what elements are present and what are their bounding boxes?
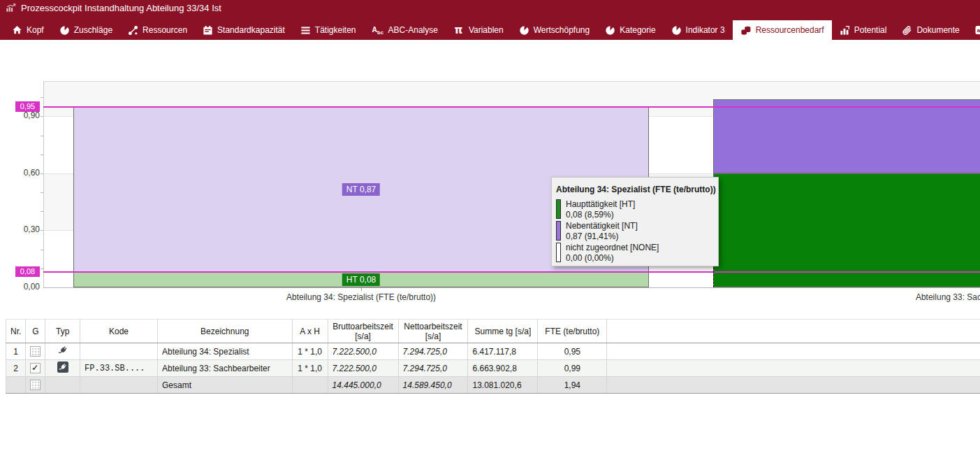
y-minor-tick <box>41 269 43 269</box>
cell-typ <box>45 360 80 377</box>
y-axis-line <box>43 81 44 287</box>
cell-g <box>26 343 45 360</box>
y-minor-tick <box>41 116 43 117</box>
row-select-checkbox[interactable] <box>30 380 41 390</box>
cell-typ <box>45 377 80 394</box>
col-header-netto: Nettoarbeitszeit[s/a] <box>398 320 468 343</box>
col-header-axh: A x H <box>292 320 328 343</box>
marker-line <box>43 271 980 273</box>
resource-table: Nr. G Typ Kode Bezeichnung A x H Bruttoa… <box>6 319 980 394</box>
bar-segment-ht[interactable] <box>713 173 980 287</box>
cell-typ <box>45 343 80 360</box>
cell-brutto: 7.222.500,0 <box>328 343 398 360</box>
col-header-brutto: Bruttoarbeitszeit[s/a] <box>328 320 398 343</box>
cell-bezeichnung: Gesamt <box>157 377 292 394</box>
col-header-kode: Kode <box>80 320 158 343</box>
plug-icon <box>57 345 68 356</box>
tooltip-title: Abteilung 34: Spezialist (FTE (te/brutto… <box>556 185 712 194</box>
cell-summe: 13.081.020,6 <box>468 377 538 394</box>
plot-top-border <box>43 81 980 82</box>
tooltip-series-label: Nebentätigkeit [NT] <box>566 221 638 231</box>
row-select-checkbox[interactable] <box>30 346 41 357</box>
cell-g <box>26 377 45 394</box>
tooltip-series-value: 0,00 (0,00%) <box>566 253 659 264</box>
series-marker-none <box>556 243 561 262</box>
cell-empty <box>607 360 980 377</box>
tooltip-series-label: nicht zugeordnet [NONE] <box>566 243 659 253</box>
tooltip-item: Haupttätigkeit [HT] 0,08 (8,59%) <box>555 199 712 220</box>
cell-bezeichnung: Abteilung 33: Sachbearbeiter <box>157 360 292 377</box>
y-minor-tick <box>41 211 43 212</box>
row-select-checkbox[interactable] <box>30 363 41 373</box>
col-header-empty <box>607 320 980 343</box>
cell-netto: 7.294.725,0 <box>398 360 468 377</box>
cell-axh: 1 * 1,0 <box>292 343 328 360</box>
resource-grid: Nr. G Typ Kode Bezeichnung A x H Bruttoa… <box>6 319 980 394</box>
cell-bezeichnung: Abteilung 34: Spezialist <box>157 343 292 360</box>
axis-marker-badge: 0,08 <box>15 266 40 277</box>
table-header-row: Nr. G Typ Kode Bezeichnung A x H Bruttoa… <box>6 320 980 343</box>
cell-netto: 7.294.725,0 <box>398 343 468 360</box>
cell-kode <box>80 343 158 360</box>
y-minor-tick <box>41 173 43 174</box>
cell-fte: 0,95 <box>538 343 607 360</box>
bar-segment-nt[interactable] <box>713 99 980 173</box>
cell-axh <box>292 377 328 394</box>
cell-nr: 1 <box>6 343 26 360</box>
axis-marker-badge: 0,95 <box>15 101 40 112</box>
tooltip-item: nicht zugeordnet [NONE] 0,00 (0,00%) <box>555 243 712 264</box>
y-tick-label: 0,30 <box>10 224 40 234</box>
tooltip-series-value: 0,87 (91,41%) <box>566 231 638 242</box>
total-row: Gesamt 14.445.000,0 14.589.450,0 13.081.… <box>6 377 980 394</box>
y-tick-label: 0,00 <box>10 282 40 292</box>
cell-empty <box>607 377 980 394</box>
cell-fte: 1,94 <box>538 377 607 394</box>
series-marker-ht <box>556 199 561 219</box>
cell-summe: 6.417.117,8 <box>468 343 538 360</box>
cell-kode: FP.33.SB.... <box>80 360 158 377</box>
y-tick-label: 0,90 <box>10 110 40 120</box>
x-category-label: Abteilung 34: Spezialist (FTE (te/brutto… <box>187 292 536 302</box>
table-row[interactable]: 2 FP.33.SB.... Abteilung 33: Sachbearbei… <box>6 360 980 377</box>
chart-tooltip: Abteilung 34: Spezialist (FTE (te/brutto… <box>551 177 719 266</box>
tooltip-series-value: 0,08 (8,59%) <box>566 210 635 220</box>
plug-badge-icon <box>57 361 68 373</box>
cell-fte: 0,99 <box>538 360 607 377</box>
col-header-typ: Typ <box>45 320 80 343</box>
series-marker-nt <box>556 221 561 241</box>
col-header-summe: Summe tg [s/a] <box>468 320 538 343</box>
y-minor-tick <box>41 97 43 98</box>
cell-summe: 6.663.902,8 <box>468 360 538 377</box>
col-header-fte: FTE (te/brutto) <box>538 320 607 343</box>
tooltip-series-label: Haupttätigkeit [HT] <box>566 199 635 210</box>
cell-axh: 1 * 1,0 <box>292 360 328 377</box>
x-tick <box>361 287 362 291</box>
marker-line <box>43 106 980 108</box>
x-category-label: Abteilung 33: Sachbearbeiter (FTE (te/br… <box>826 292 980 302</box>
selected-bar-edge <box>713 267 715 287</box>
col-header-g: G <box>26 320 45 343</box>
y-minor-tick <box>41 192 43 193</box>
y-minor-tick <box>41 155 43 155</box>
col-header-nr: Nr. <box>6 320 26 343</box>
y-minor-tick <box>41 230 43 231</box>
y-tick-label: 0,60 <box>10 168 40 178</box>
segment-value-badge: HT 0,08 <box>342 273 380 286</box>
cell-netto: 14.589.450,0 <box>398 377 468 394</box>
y-minor-tick <box>41 136 43 136</box>
cell-brutto: 14.445.000,0 <box>328 377 398 394</box>
cell-nr: 2 <box>6 360 26 377</box>
cell-empty <box>607 343 980 360</box>
app-window: Prozesscockpit Instandhaltung Abteilung … <box>0 0 980 451</box>
segment-value-badge: NT 0,87 <box>342 183 380 196</box>
x-axis-line <box>43 287 980 288</box>
cell-nr <box>6 377 26 394</box>
y-minor-tick <box>41 250 43 250</box>
cell-brutto: 7.222.500,0 <box>328 360 398 377</box>
tooltip-item: Nebentätigkeit [NT] 0,87 (91,41%) <box>555 221 712 242</box>
col-header-bezeichnung: Bezeichnung <box>157 320 292 343</box>
table-row[interactable]: 1 Abteilung 34: Spezialist 1 * 1,0 7.222… <box>6 343 980 360</box>
cell-g <box>26 360 45 377</box>
cell-kode <box>80 377 158 394</box>
